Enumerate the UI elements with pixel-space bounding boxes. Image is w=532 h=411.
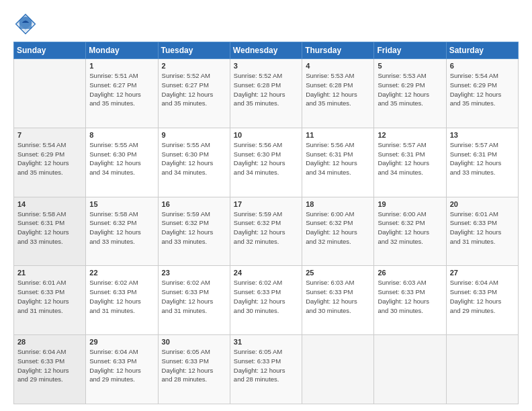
day-info: Sunrise: 5:52 AM Sunset: 6:27 PM Dayligh… — [162, 71, 226, 108]
calendar-week-row: 28Sunrise: 6:04 AM Sunset: 6:33 PM Dayli… — [14, 335, 519, 404]
calendar-day-cell — [14, 59, 86, 128]
calendar-day-cell: 17Sunrise: 5:59 AM Sunset: 6:32 PM Dayli… — [230, 197, 302, 266]
day-info: Sunrise: 6:01 AM Sunset: 6:33 PM Dayligh… — [17, 278, 82, 315]
day-number: 30 — [162, 338, 226, 346]
day-number: 26 — [378, 269, 442, 277]
calendar-day-cell: 22Sunrise: 6:02 AM Sunset: 6:33 PM Dayli… — [86, 266, 158, 335]
calendar-week-row: 14Sunrise: 5:58 AM Sunset: 6:31 PM Dayli… — [14, 197, 519, 266]
calendar-day-cell: 30Sunrise: 6:05 AM Sunset: 6:33 PM Dayli… — [158, 335, 230, 404]
day-number: 10 — [234, 131, 298, 139]
day-info: Sunrise: 6:04 AM Sunset: 6:33 PM Dayligh… — [17, 347, 82, 384]
day-number: 1 — [89, 62, 154, 70]
day-number: 12 — [378, 131, 442, 139]
day-info: Sunrise: 6:00 AM Sunset: 6:32 PM Dayligh… — [306, 210, 370, 246]
calendar-day-cell: 18Sunrise: 6:00 AM Sunset: 6:32 PM Dayli… — [302, 197, 374, 266]
calendar-day-cell: 28Sunrise: 6:04 AM Sunset: 6:33 PM Dayli… — [14, 335, 86, 404]
day-info: Sunrise: 5:57 AM Sunset: 6:31 PM Dayligh… — [378, 140, 442, 177]
day-info: Sunrise: 6:03 AM Sunset: 6:33 PM Dayligh… — [306, 278, 370, 315]
calendar-day-cell: 24Sunrise: 6:02 AM Sunset: 6:33 PM Dayli… — [230, 266, 302, 335]
calendar-day-cell: 3Sunrise: 5:52 AM Sunset: 6:28 PM Daylig… — [230, 59, 302, 128]
day-number: 7 — [17, 131, 82, 139]
day-number: 31 — [234, 338, 298, 346]
calendar-day-cell: 27Sunrise: 6:04 AM Sunset: 6:33 PM Dayli… — [446, 266, 518, 335]
calendar-day-cell: 16Sunrise: 5:59 AM Sunset: 6:32 PM Dayli… — [158, 197, 230, 266]
day-number: 25 — [306, 269, 370, 277]
day-of-week-header: Saturday — [446, 42, 518, 59]
day-number: 11 — [306, 131, 370, 139]
day-of-week-header: Wednesday — [230, 42, 302, 59]
day-info: Sunrise: 5:58 AM Sunset: 6:31 PM Dayligh… — [17, 210, 82, 246]
day-info: Sunrise: 5:53 AM Sunset: 6:28 PM Dayligh… — [306, 71, 370, 108]
day-number: 24 — [234, 269, 298, 277]
calendar-day-cell: 1Sunrise: 5:51 AM Sunset: 6:27 PM Daylig… — [86, 59, 158, 128]
day-number: 8 — [89, 131, 154, 139]
calendar-day-cell: 19Sunrise: 6:00 AM Sunset: 6:32 PM Dayli… — [374, 197, 446, 266]
calendar-body: 1Sunrise: 5:51 AM Sunset: 6:27 PM Daylig… — [14, 59, 519, 404]
calendar-day-cell: 8Sunrise: 5:55 AM Sunset: 6:30 PM Daylig… — [86, 128, 158, 197]
calendar-week-row: 21Sunrise: 6:01 AM Sunset: 6:33 PM Dayli… — [14, 266, 519, 335]
calendar-day-cell: 25Sunrise: 6:03 AM Sunset: 6:33 PM Dayli… — [302, 266, 374, 335]
calendar-day-cell: 7Sunrise: 5:54 AM Sunset: 6:29 PM Daylig… — [14, 128, 86, 197]
day-of-week-header: Monday — [86, 42, 158, 59]
day-number: 21 — [17, 269, 82, 277]
day-number: 14 — [17, 200, 82, 208]
calendar-day-cell — [302, 335, 374, 404]
day-of-week-header: Friday — [374, 42, 446, 59]
calendar-day-cell: 26Sunrise: 6:03 AM Sunset: 6:33 PM Dayli… — [374, 266, 446, 335]
day-info: Sunrise: 6:05 AM Sunset: 6:33 PM Dayligh… — [234, 347, 298, 384]
calendar-day-cell: 21Sunrise: 6:01 AM Sunset: 6:33 PM Dayli… — [14, 266, 86, 335]
day-of-week-header: Sunday — [14, 42, 86, 59]
day-info: Sunrise: 5:56 AM Sunset: 6:30 PM Dayligh… — [234, 140, 298, 177]
logo — [13, 11, 42, 35]
day-of-week-header: Tuesday — [158, 42, 230, 59]
day-number: 3 — [234, 62, 298, 70]
day-info: Sunrise: 6:02 AM Sunset: 6:33 PM Dayligh… — [162, 278, 226, 315]
day-info: Sunrise: 5:53 AM Sunset: 6:29 PM Dayligh… — [378, 71, 442, 108]
header — [13, 11, 519, 35]
day-info: Sunrise: 6:01 AM Sunset: 6:33 PM Dayligh… — [450, 210, 515, 246]
calendar-week-row: 1Sunrise: 5:51 AM Sunset: 6:27 PM Daylig… — [14, 59, 519, 128]
day-number: 28 — [17, 338, 82, 346]
calendar-week-row: 7Sunrise: 5:54 AM Sunset: 6:29 PM Daylig… — [14, 128, 519, 197]
calendar-day-cell: 5Sunrise: 5:53 AM Sunset: 6:29 PM Daylig… — [374, 59, 446, 128]
day-info: Sunrise: 5:55 AM Sunset: 6:30 PM Dayligh… — [89, 140, 154, 177]
day-number: 22 — [89, 269, 154, 277]
day-info: Sunrise: 6:02 AM Sunset: 6:33 PM Dayligh… — [234, 278, 298, 315]
calendar-day-cell — [374, 335, 446, 404]
day-number: 23 — [162, 269, 226, 277]
logo-icon — [13, 11, 38, 35]
day-number: 29 — [89, 338, 154, 346]
day-info: Sunrise: 5:57 AM Sunset: 6:31 PM Dayligh… — [450, 140, 515, 177]
day-number: 19 — [378, 200, 442, 208]
day-number: 15 — [89, 200, 154, 208]
day-of-week-header: Thursday — [302, 42, 374, 59]
day-info: Sunrise: 5:54 AM Sunset: 6:29 PM Dayligh… — [17, 140, 82, 177]
day-number: 5 — [378, 62, 442, 70]
day-info: Sunrise: 5:52 AM Sunset: 6:28 PM Dayligh… — [234, 71, 298, 108]
day-info: Sunrise: 5:55 AM Sunset: 6:30 PM Dayligh… — [162, 140, 226, 177]
day-info: Sunrise: 5:58 AM Sunset: 6:32 PM Dayligh… — [89, 210, 154, 246]
day-number: 18 — [306, 200, 370, 208]
day-info: Sunrise: 6:02 AM Sunset: 6:33 PM Dayligh… — [89, 278, 154, 315]
day-info: Sunrise: 5:59 AM Sunset: 6:32 PM Dayligh… — [162, 210, 226, 246]
day-info: Sunrise: 5:51 AM Sunset: 6:27 PM Dayligh… — [89, 71, 154, 108]
day-number: 27 — [450, 269, 515, 277]
calendar-day-cell: 29Sunrise: 6:04 AM Sunset: 6:33 PM Dayli… — [86, 335, 158, 404]
calendar-table: SundayMondayTuesdayWednesdayThursdayFrid… — [13, 42, 519, 404]
day-info: Sunrise: 6:04 AM Sunset: 6:33 PM Dayligh… — [89, 347, 154, 384]
calendar-day-cell: 9Sunrise: 5:55 AM Sunset: 6:30 PM Daylig… — [158, 128, 230, 197]
days-of-week-row: SundayMondayTuesdayWednesdayThursdayFrid… — [14, 42, 519, 59]
day-number: 17 — [234, 200, 298, 208]
day-info: Sunrise: 6:03 AM Sunset: 6:33 PM Dayligh… — [378, 278, 442, 315]
calendar-day-cell: 31Sunrise: 6:05 AM Sunset: 6:33 PM Dayli… — [230, 335, 302, 404]
calendar-day-cell: 15Sunrise: 5:58 AM Sunset: 6:32 PM Dayli… — [86, 197, 158, 266]
day-number: 6 — [450, 62, 515, 70]
calendar-day-cell: 20Sunrise: 6:01 AM Sunset: 6:33 PM Dayli… — [446, 197, 518, 266]
day-number: 13 — [450, 131, 515, 139]
day-info: Sunrise: 6:00 AM Sunset: 6:32 PM Dayligh… — [378, 210, 442, 246]
page: SundayMondayTuesdayWednesdayThursdayFrid… — [0, 0, 532, 411]
calendar-day-cell: 12Sunrise: 5:57 AM Sunset: 6:31 PM Dayli… — [374, 128, 446, 197]
calendar-day-cell: 11Sunrise: 5:56 AM Sunset: 6:31 PM Dayli… — [302, 128, 374, 197]
calendar-day-cell: 14Sunrise: 5:58 AM Sunset: 6:31 PM Dayli… — [14, 197, 86, 266]
calendar-day-cell: 6Sunrise: 5:54 AM Sunset: 6:29 PM Daylig… — [446, 59, 518, 128]
